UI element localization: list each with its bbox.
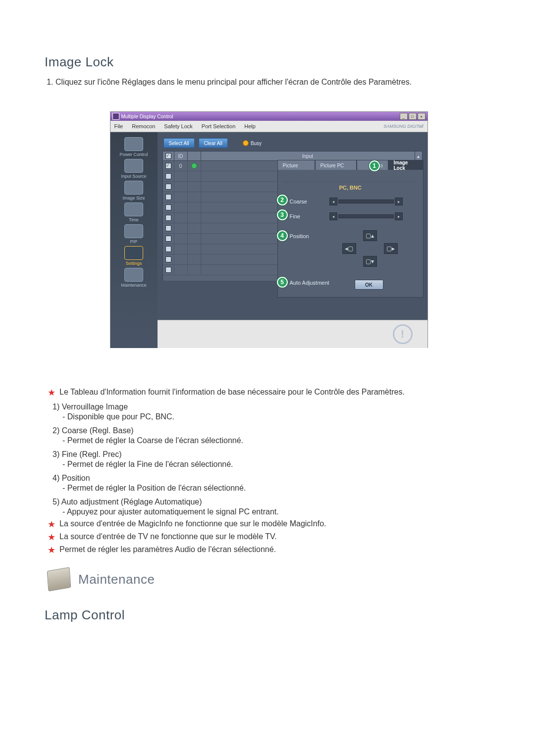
image-lock-heading: Image Lock xyxy=(45,54,493,70)
sidebar-item-label: Power Control xyxy=(119,152,148,157)
note-item-3-sub: - Permet de régler la Fine de l'écran sé… xyxy=(62,460,493,469)
brand-label: SAMSUNG DIGITall xyxy=(383,124,423,129)
slider-right-icon[interactable]: ▸ xyxy=(395,198,403,205)
note-item-2-sub: - Permet de régler la Coarse de l'écran … xyxy=(62,436,493,445)
fine-slider[interactable]: ◂ ▸ xyxy=(329,212,403,220)
sidebar-item-maintenance[interactable]: Maintenance xyxy=(114,268,154,288)
star-icon: ★ xyxy=(48,532,55,542)
star-icon: ★ xyxy=(48,519,55,529)
sidebar-item-label: Image Size xyxy=(122,196,145,201)
power-icon xyxy=(124,137,143,151)
lamp-control-heading: Lamp Control xyxy=(45,607,493,623)
status-led-icon xyxy=(191,163,197,169)
busy-label: Busy xyxy=(251,141,262,146)
sidebar: Power Control Input Source Image Size Ti… xyxy=(110,132,158,348)
menu-remocon[interactable]: Remocon xyxy=(132,123,155,129)
settings-tab-panel: Picture Picture PC Audio Image Lock PC, … xyxy=(277,160,424,298)
col-check xyxy=(163,151,174,160)
statusbar: ! xyxy=(158,320,428,348)
clear-all-button[interactable]: Clear All xyxy=(199,138,228,148)
sidebar-item-settings[interactable]: Settings xyxy=(114,246,154,266)
position-down-button[interactable]: ▢▾ xyxy=(363,256,377,267)
fine-label: Fine xyxy=(290,213,324,219)
input-source-icon xyxy=(124,159,143,173)
instruction-list: Cliquez sur l'icône Réglages dans le men… xyxy=(55,78,493,87)
sidebar-item-pip[interactable]: PIP xyxy=(114,224,154,244)
row-checkbox[interactable] xyxy=(165,225,171,231)
select-all-button[interactable]: Select All xyxy=(163,138,195,148)
time-icon xyxy=(124,202,143,216)
menu-port-selection[interactable]: Port Selection xyxy=(202,123,235,129)
sidebar-item-power-control[interactable]: Power Control xyxy=(114,137,154,157)
slider-left-icon[interactable]: ◂ xyxy=(329,212,337,220)
star-icon: ★ xyxy=(48,545,55,555)
sidebar-item-label: Input Source xyxy=(121,174,146,179)
row-checkbox[interactable] xyxy=(165,163,171,169)
notes-block: ★Le Tableau d'Information fournit l'info… xyxy=(48,388,493,590)
row-checkbox[interactable] xyxy=(165,173,171,179)
instruction-item: Cliquez sur l'icône Réglages dans le men… xyxy=(55,78,493,87)
coarse-slider[interactable]: ◂ ▸ xyxy=(329,198,403,205)
sidebar-item-label: Settings xyxy=(126,261,142,266)
row-checkbox[interactable] xyxy=(165,267,171,273)
row-checkbox[interactable] xyxy=(165,184,171,190)
menubar: File Remocon Safety Lock Port Selection … xyxy=(110,121,428,132)
slider-left-icon[interactable]: ◂ xyxy=(329,198,337,205)
warning-icon: ! xyxy=(393,324,413,344)
sidebar-item-input-source[interactable]: Input Source xyxy=(114,159,154,179)
note-text: La source d'entrée de TV ne fonctionne q… xyxy=(59,532,277,541)
note-item-1-sub: - Disponible que pour PC, BNC. xyxy=(62,412,493,421)
sidebar-item-label: Maintenance xyxy=(121,283,147,288)
star-icon: ★ xyxy=(48,388,55,398)
menu-file[interactable]: File xyxy=(114,123,123,129)
col-scroll: ▴ xyxy=(415,151,422,160)
sidebar-item-image-size[interactable]: Image Size xyxy=(114,181,154,201)
minimize-button[interactable]: _ xyxy=(400,113,408,120)
position-up-button[interactable]: ▢▴ xyxy=(363,230,377,241)
slider-track[interactable] xyxy=(338,214,394,218)
main-panel: Select All Clear All Busy ID Input ▴ xyxy=(158,132,428,348)
marker-2: 2 xyxy=(277,195,288,205)
auto-adjustment-label: Auto Adjustment xyxy=(290,280,344,286)
image-size-icon xyxy=(124,181,143,195)
note-text: Permet de régler les paramètres Audio de… xyxy=(59,545,276,554)
sidebar-item-label: PIP xyxy=(130,239,138,244)
position-label: Position xyxy=(290,233,324,239)
slider-track[interactable] xyxy=(338,200,394,203)
tab-picture-pc[interactable]: Picture PC xyxy=(315,160,357,171)
close-button[interactable]: × xyxy=(418,113,426,120)
row-checkbox[interactable] xyxy=(165,256,171,262)
ok-button[interactable]: OK xyxy=(355,280,383,290)
row-checkbox[interactable] xyxy=(165,246,171,252)
busy-dot-icon xyxy=(243,140,249,146)
row-checkbox[interactable] xyxy=(165,236,171,242)
note-item-5-title: 5) Auto adjustment (Réglage Automatique) xyxy=(53,498,493,506)
marker-1: 1 xyxy=(369,160,380,171)
row-checkbox[interactable] xyxy=(165,215,171,221)
position-left-button[interactable]: ◂▢ xyxy=(342,243,356,254)
note-item-2-title: 2) Coarse (Regl. Base) xyxy=(53,426,493,435)
col-id: ID xyxy=(174,151,188,160)
pc-bnc-label: PC, BNC xyxy=(278,185,423,191)
menu-safety-lock[interactable]: Safety Lock xyxy=(164,123,192,129)
note-item-1-title: 1) Verrouillage Image xyxy=(53,403,493,411)
row-checkbox[interactable] xyxy=(165,204,171,210)
marker-5: 5 xyxy=(277,277,288,288)
sidebar-item-time[interactable]: Time xyxy=(114,202,154,222)
col-status xyxy=(188,151,201,160)
maximize-button[interactable]: □ xyxy=(409,113,417,120)
row-checkbox[interactable] xyxy=(165,194,171,200)
app-window: Multiple Display Control _ □ × File Remo… xyxy=(110,111,428,348)
note-text: Le Tableau d'Information fournit l'infor… xyxy=(59,388,405,397)
tab-picture[interactable]: Picture xyxy=(277,160,315,171)
checkbox-icon xyxy=(165,153,171,159)
pip-icon xyxy=(124,224,143,238)
position-right-button[interactable]: ▢▸ xyxy=(384,243,398,254)
slider-right-icon[interactable]: ▸ xyxy=(395,212,403,220)
note-text: La source d'entrée de MagicInfo ne fonct… xyxy=(59,519,326,528)
note-item-3-title: 3) Fine (Regl. Prec) xyxy=(53,450,493,459)
menu-help[interactable]: Help xyxy=(244,123,256,129)
window-title: Multiple Display Control xyxy=(121,114,173,119)
note-item-5-sub: - Appuyez pour ajuster automatiquement l… xyxy=(62,507,493,516)
tab-image-lock[interactable]: Image Lock xyxy=(388,160,424,171)
